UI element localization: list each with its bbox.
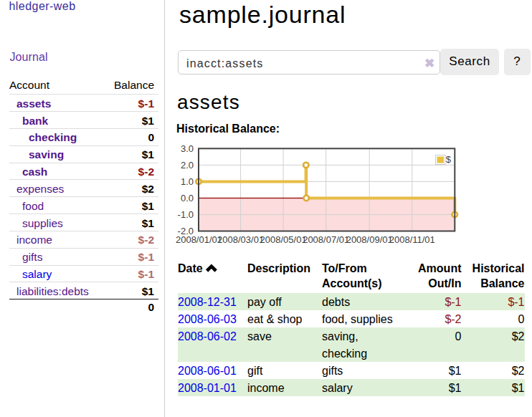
svg-text:2008/01/01: 2008/01/01	[176, 234, 222, 245]
svg-text:-1.0: -1.0	[178, 209, 194, 220]
svg-text:3.0: 3.0	[181, 143, 194, 154]
svg-text:2008/11/01: 2008/11/01	[389, 234, 435, 245]
svg-text:2008/05/01: 2008/05/01	[260, 234, 307, 245]
svg-text:0.0: 0.0	[181, 193, 194, 203]
svg-text:1.0: 1.0	[181, 176, 194, 187]
svg-text:2008/07/01: 2008/07/01	[303, 234, 349, 245]
svg-text:2.0: 2.0	[181, 160, 194, 171]
svg-text:2008/09/01: 2008/09/01	[346, 234, 393, 245]
svg-text:$: $	[446, 154, 452, 165]
svg-text:2008/03/01: 2008/03/01	[217, 234, 264, 245]
